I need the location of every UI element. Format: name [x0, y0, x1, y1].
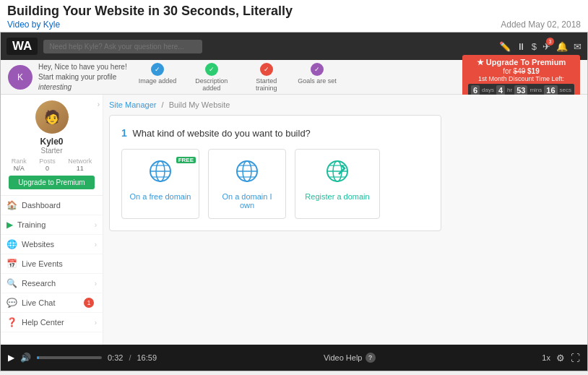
breadcrumb-current: Build My Website	[169, 100, 230, 109]
help-icon: ?	[366, 353, 376, 363]
own-domain-icon	[215, 158, 280, 189]
research-arrow: ›	[95, 280, 97, 288]
help-center-icon: ❓	[7, 317, 17, 327]
rank-value: N/A	[12, 165, 27, 172]
sidebar-item-websites[interactable]: 🌐 Websites ›	[1, 235, 103, 254]
video-controls-bar: ▶ 🔊 0:32 / 16:59 Video Help ? 1x ⚙ ⛶	[1, 345, 587, 371]
sidebar-item-label: Dashboard	[22, 201, 97, 210]
live-events-icon: 📅	[7, 259, 17, 269]
stat-rank: Rank N/A	[12, 158, 27, 172]
pause-icon[interactable]: ⏸	[516, 41, 526, 52]
video-help-text: Video Help	[324, 353, 363, 362]
main-body: › 🧑 Kyle0 Starter Rank N/A Posts 0 Netwo…	[1, 95, 587, 345]
sidebar-item-label: Live Chat	[22, 298, 84, 307]
plane-icon[interactable]: ✈ 3	[542, 41, 550, 52]
network-label: Network	[68, 158, 92, 165]
breadcrumb: Site Manager / Build My Website	[109, 100, 581, 109]
sidebar-expand-arrow[interactable]: ›	[98, 100, 100, 108]
step-goals-label: Goals are set	[298, 77, 337, 85]
timer-days-label: days	[482, 87, 494, 93]
sidebar-item-label: Research	[22, 279, 95, 288]
build-question: 1 What kind of website do you want to bu…	[121, 127, 429, 139]
plane-badge: 3	[546, 38, 554, 46]
sidebar-item-label: Help Center	[22, 318, 95, 327]
websites-arrow: ›	[95, 241, 97, 249]
video-by: Video by Kyle	[7, 20, 60, 30]
live-chat-badge: 1	[84, 298, 94, 308]
timer-secs-label: secs	[560, 87, 571, 93]
register-domain-label: Register a domain	[301, 192, 373, 201]
posts-label: Posts	[39, 158, 56, 165]
upgrade-premium-button[interactable]: Upgrade to Premium	[9, 176, 95, 189]
nav-icons: ✏️ ⏸ $ ✈ 3 🔔 ✉	[499, 41, 581, 52]
domain-option-free[interactable]: FREE On a free domain	[121, 149, 199, 219]
domain-option-own[interactable]: On a domain I own	[208, 149, 286, 219]
progress-bar[interactable]	[37, 356, 102, 359]
breadcrumb-separator: /	[162, 100, 164, 109]
old-price: $49	[514, 67, 526, 75]
time-current: 0:32	[108, 353, 123, 362]
video-help[interactable]: Video Help ?	[324, 353, 376, 363]
free-badge: FREE	[176, 157, 196, 163]
training-icon: ▶	[7, 220, 13, 230]
time-separator: /	[129, 353, 131, 362]
sidebar-item-live-chat[interactable]: 💬 Live Chat 1	[1, 293, 103, 313]
sidebar: › 🧑 Kyle0 Starter Rank N/A Posts 0 Netwo…	[1, 95, 103, 345]
sidebar-nav: 🏠 Dashboard ▶ Training › 🌐 Websites › 📅 …	[1, 196, 103, 345]
step-desc-label: Description added	[188, 77, 235, 92]
domain-options: FREE On a free domain	[121, 149, 429, 219]
help-center-arrow: ›	[95, 319, 97, 327]
dollar-icon[interactable]: $	[532, 41, 537, 52]
notif-avatar: K	[8, 65, 33, 90]
build-card: 1 What kind of website do you want to bu…	[109, 115, 441, 231]
sidebar-item-training[interactable]: ▶ Training ›	[1, 215, 103, 235]
sidebar-item-dashboard[interactable]: 🏠 Dashboard	[1, 196, 103, 215]
websites-icon: 🌐	[7, 239, 17, 249]
page-title: Building Your Website in 30 Seconds, Lit…	[7, 4, 581, 19]
breadcrumb-site-manager: Site Manager	[109, 100, 156, 109]
speed-label[interactable]: 1x	[542, 353, 550, 362]
domain-option-register[interactable]: Register a domain	[295, 149, 380, 219]
question-number: 1	[121, 127, 127, 139]
timer-hours-label: hr	[507, 87, 512, 93]
main-panel: Site Manager / Build My Website 1 What k…	[103, 95, 587, 345]
volume-button[interactable]: 🔊	[20, 353, 31, 363]
sidebar-item-label: Training	[17, 220, 95, 229]
sidebar-item-help-center[interactable]: ❓ Help Center ›	[1, 313, 103, 332]
fullscreen-icon[interactable]: ⛶	[571, 353, 580, 363]
step-training: ✓ Started training	[246, 63, 286, 92]
free-domain-icon: FREE	[128, 158, 193, 189]
bell-icon[interactable]: 🔔	[556, 41, 568, 52]
rank-label: Rank	[12, 158, 27, 165]
gear-icon[interactable]: ⚙	[556, 353, 565, 363]
search-input[interactable]	[43, 40, 202, 53]
time-total: 16:59	[137, 353, 157, 362]
live-chat-icon: 💬	[7, 298, 17, 308]
timer-days-num: 6	[471, 85, 480, 95]
upgrade-box[interactable]: ★ Upgrade To Premium for $49 $19 1st Mon…	[462, 55, 580, 100]
wa-logo: WA	[7, 38, 38, 55]
edit-icon[interactable]: ✏️	[499, 41, 511, 52]
notif-text: Hey, Nice to have you here! Start making…	[38, 62, 127, 92]
register-domain-icon	[301, 158, 373, 189]
timer-secs-num: 16	[544, 85, 557, 95]
sidebar-item-live-events[interactable]: 📅 Live Events	[1, 254, 103, 274]
upgrade-title: ★ Upgrade To Premium	[468, 58, 574, 67]
discount-text: 1st Month Discount Time Left:	[468, 75, 574, 82]
play-button[interactable]: ▶	[8, 353, 14, 363]
step-image-label: Image added	[139, 77, 177, 85]
upgrade-price: for $49 $19	[468, 67, 574, 75]
progress-fill	[37, 356, 39, 359]
profile-stats: Rank N/A Posts 0 Network 11	[5, 158, 98, 172]
free-domain-label: On a free domain	[128, 192, 193, 201]
mail-icon[interactable]: ✉	[574, 41, 581, 52]
question-text: What kind of website do you want to buil…	[132, 128, 310, 139]
training-arrow: ›	[95, 221, 97, 229]
own-domain-label: On a domain I own	[215, 192, 280, 210]
new-price: $19	[527, 67, 540, 75]
posts-value: 0	[39, 165, 56, 172]
stat-posts: Posts 0	[39, 158, 56, 172]
video-wrapper: WA ✏️ ⏸ $ ✈ 3 🔔 ✉ K Hey, Nice to have yo…	[0, 32, 588, 371]
timer-mins-label: mins	[529, 87, 542, 93]
sidebar-item-research[interactable]: 🔍 Research ›	[1, 274, 103, 293]
